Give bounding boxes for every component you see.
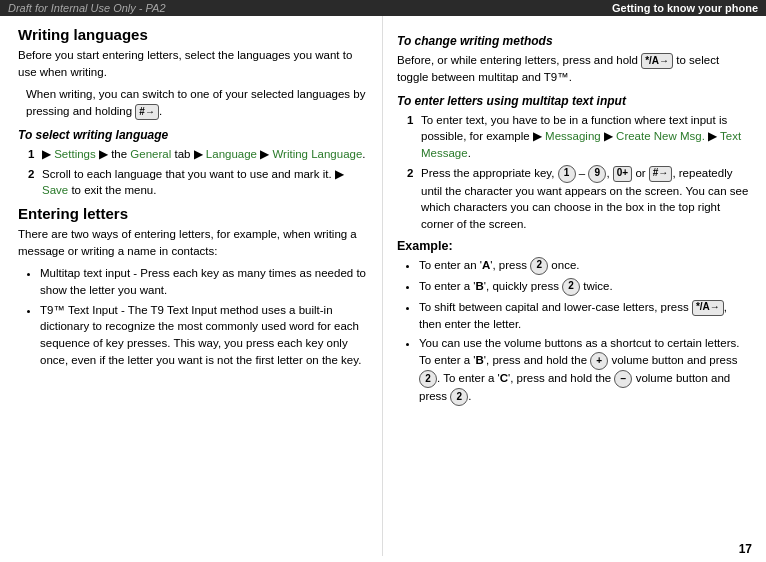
key-hash: #→ <box>649 166 673 182</box>
step-2: 2 Scroll to each language that you want … <box>28 166 368 199</box>
hash-key-inline: #→ <box>135 104 159 120</box>
example-bullets: To enter an 'A', press 2 once. To enter … <box>407 257 752 406</box>
key-shift: */A→ <box>692 300 724 316</box>
header-bar: Draft for Internal Use Only - PA2 Gettin… <box>0 0 766 16</box>
entering-letters-bullets: Multitap text input - Press each key as … <box>28 265 368 368</box>
example-bullet-shift: To shift between capital and lower-case … <box>419 299 752 333</box>
example-bullet-a: To enter an 'A', press 2 once. <box>419 257 752 275</box>
example-title: Example: <box>397 239 752 253</box>
key-vol-plus: + <box>590 352 608 370</box>
example-bullet-b: To enter a 'B', quickly press 2 twice. <box>419 278 752 296</box>
left-column: Writing languages Before you start enter… <box>0 16 383 556</box>
example-bullet-volume: You can use the volume buttons as a shor… <box>419 335 752 406</box>
key-2-vol: 2 <box>419 370 437 388</box>
entering-letters-title: Entering letters <box>18 205 368 222</box>
multitap-step-1: 1 To enter text, you have to be in a fun… <box>407 112 752 162</box>
key-2-a: 2 <box>530 257 548 275</box>
multitap-step-2: 2 Press the appropriate key, 1 – 9, 0+ o… <box>407 165 752 233</box>
section-label: Getting to know your phone <box>612 2 758 14</box>
multitap-steps: 1 To enter text, you have to be in a fun… <box>407 112 752 233</box>
page-number: 17 <box>739 542 752 556</box>
draft-label: Draft for Internal Use Only - PA2 <box>8 2 166 14</box>
writing-languages-title: Writing languages <box>18 26 368 43</box>
multitap-t9-key: */A→ <box>641 53 673 69</box>
key-0-plus: 0+ <box>613 166 632 182</box>
key-vol-minus: − <box>614 370 632 388</box>
writing-languages-indent: When writing, you can switch to one of y… <box>26 86 368 120</box>
key-2-b: 2 <box>562 278 580 296</box>
change-writing-methods-title: To change writing methods <box>397 34 752 48</box>
right-column: To change writing methods Before, or whi… <box>383 16 766 556</box>
bullet-t9: T9™ Text Input - The T9 Text Input metho… <box>40 302 368 369</box>
enter-letters-multitap-title: To enter letters using multitap text inp… <box>397 94 752 108</box>
select-writing-language-title: To select writing language <box>18 128 368 142</box>
bullet-multitap: Multitap text input - Press each key as … <box>40 265 368 298</box>
writing-languages-intro: Before you start entering letters, selec… <box>18 47 368 80</box>
entering-letters-intro: There are two ways of entering letters, … <box>18 226 368 259</box>
key-2-vol2: 2 <box>450 388 468 406</box>
change-writing-methods-body: Before, or while entering letters, press… <box>397 52 752 86</box>
main-content: Writing languages Before you start enter… <box>0 16 766 556</box>
writing-language-steps: 1 ▶ Settings ▶ the General tab ▶ Languag… <box>28 146 368 199</box>
key-9: 9 <box>588 165 606 183</box>
key-1: 1 <box>558 165 576 183</box>
step-1: 1 ▶ Settings ▶ the General tab ▶ Languag… <box>28 146 368 163</box>
